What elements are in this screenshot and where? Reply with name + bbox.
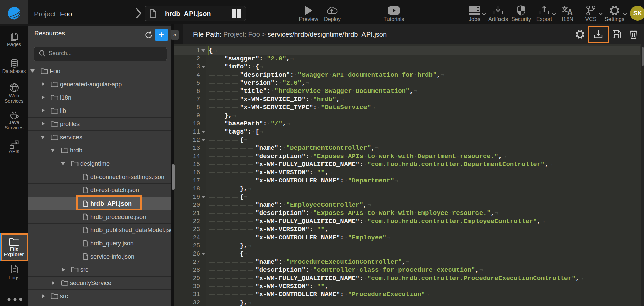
svg-text:A: A	[567, 8, 573, 16]
